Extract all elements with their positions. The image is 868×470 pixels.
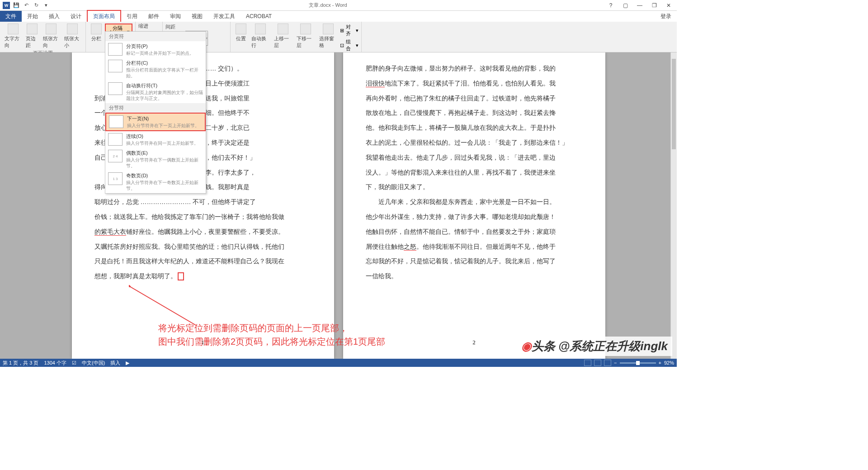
- tab-review[interactable]: 审阅: [165, 11, 186, 22]
- orientation-button[interactable]: 纸张方向: [41, 23, 61, 50]
- minimize-button[interactable]: —: [634, 1, 645, 10]
- underlined-text-2: 泪很快: [366, 80, 385, 87]
- tab-view[interactable]: 视图: [186, 11, 208, 22]
- zoom-slider[interactable]: [620, 362, 656, 364]
- page-breaks-section-header: 分页符: [105, 32, 206, 41]
- next-page-icon: [109, 115, 123, 128]
- page-break-item[interactable]: 分页符(P)标记一页终止并开始下一页的点。: [105, 41, 206, 58]
- odd-page-icon: 1 3: [108, 172, 123, 185]
- next-page-break-item[interactable]: 下一页(N)插入分节符并在下一页上开始新节。: [105, 113, 206, 131]
- section-breaks-section-header: 分节符: [105, 103, 206, 113]
- position-button[interactable]: 位置: [233, 23, 249, 43]
- login-link[interactable]: 登录: [660, 13, 677, 20]
- zoom-level[interactable]: 92%: [664, 360, 674, 366]
- zoom-in-button[interactable]: +: [659, 360, 661, 366]
- page-2[interactable]: 肥胖的身子向左微倾，显出努力的样子。这时我看见他的背影，我的 泪很快地流下来了。…: [343, 52, 605, 359]
- text-wrap-icon: [108, 82, 123, 95]
- view-web-layout[interactable]: [604, 360, 611, 366]
- align-button[interactable]: ⊞对齐▾: [340, 24, 359, 37]
- quick-access-toolbar: W 💾 ↶ ↻ ▾: [0, 1, 51, 10]
- page-break-icon: [108, 43, 123, 56]
- continuous-icon: [108, 133, 123, 146]
- ribbon-options-button[interactable]: ▢: [620, 1, 631, 10]
- breaks-dropdown: 分页符 分页符(P)标记一页终止并开始下一页的点。 分栏符(C)指示分栏符后面的…: [105, 31, 206, 194]
- status-language[interactable]: 中文(中国): [82, 360, 105, 366]
- tab-file[interactable]: 文件: [0, 11, 22, 22]
- restore-button[interactable]: ❐: [649, 1, 660, 10]
- columns-button[interactable]: 分栏: [89, 23, 104, 43]
- scrollbar-thumb[interactable]: [672, 59, 676, 149]
- tab-page-layout[interactable]: 页面布局: [87, 10, 121, 23]
- save-button[interactable]: 💾: [12, 1, 21, 10]
- tab-mailings[interactable]: 邮件: [143, 11, 165, 22]
- undo-button[interactable]: ↶: [22, 1, 31, 10]
- tab-references[interactable]: 引用: [121, 11, 143, 22]
- document-title: 文章.docx - Word: [51, 2, 605, 9]
- group-button[interactable]: ⊡组合▾: [340, 38, 359, 52]
- annotation-text: 将光标定位到需删除页码的页面的上一页尾部， 图中我们需删除第2页页码，因此将光标…: [158, 321, 385, 348]
- underlined-text-3: 之怒: [404, 243, 416, 251]
- tab-acrobat[interactable]: ACROBAT: [241, 11, 277, 21]
- vertical-scrollbar[interactable]: [670, 52, 677, 359]
- continuous-break-item[interactable]: 连续(O)插入分节符并在同一页上开始新节。: [105, 131, 206, 148]
- close-button[interactable]: ✕: [663, 1, 674, 10]
- margins-button[interactable]: 页边距: [24, 23, 40, 50]
- odd-page-break-item[interactable]: 1 3 奇数页(D)插入分节符并在下一奇数页上开始新节。: [105, 171, 206, 193]
- document-area[interactable]: 求安到南京 ……………………………… 交们）。 到南京时 …………………… ；第…: [0, 52, 677, 359]
- tab-insert[interactable]: 插入: [43, 11, 65, 22]
- status-proofing-icon[interactable]: ☑: [72, 360, 76, 366]
- title-bar: W 💾 ↶ ↻ ▾ 文章.docx - Word ? ▢ — ❐ ✕: [0, 0, 677, 11]
- tab-home[interactable]: 开始: [22, 11, 43, 22]
- spacing-label: 间距: [165, 24, 175, 30]
- redo-button[interactable]: ↻: [32, 1, 41, 10]
- size-button[interactable]: 纸张大小: [62, 23, 83, 50]
- ribbon-tabs: 文件 开始 插入 设计 页面布局 引用 邮件 审阅 视图 开发工具 ACROBA…: [0, 11, 677, 22]
- page-number-2: 2: [472, 339, 476, 346]
- send-backward-button[interactable]: 下移一层: [295, 23, 316, 50]
- tab-developer[interactable]: 开发工具: [208, 11, 241, 22]
- column-break-icon: [108, 60, 123, 72]
- view-read-mode[interactable]: [584, 360, 591, 366]
- even-page-break-item[interactable]: 2 4 偶数页(E)插入分节符并在下一偶数页上开始新节。: [105, 148, 206, 171]
- tab-design[interactable]: 设计: [65, 11, 87, 22]
- qat-customize-icon[interactable]: ▾: [42, 1, 51, 10]
- bring-forward-button[interactable]: 上移一层: [272, 23, 294, 50]
- status-bar: 第 1 页，共 3 页 1304 个字 ☑ 中文(中国) 插入 ▶ − + 92…: [0, 359, 677, 367]
- wrap-button[interactable]: 自动换行: [250, 23, 271, 50]
- status-word-count[interactable]: 1304 个字: [44, 360, 66, 366]
- even-page-icon: 2 4: [108, 150, 123, 162]
- selection-pane-button[interactable]: 选择窗格: [317, 23, 339, 50]
- help-button[interactable]: ?: [605, 1, 616, 10]
- word-app-icon[interactable]: W: [2, 1, 11, 10]
- underlined-text-1: 的紫毛大衣: [94, 228, 126, 236]
- indent-label: 缩进: [138, 23, 148, 29]
- status-macro-icon[interactable]: ▶: [126, 360, 129, 366]
- view-print-layout[interactable]: [594, 360, 601, 366]
- status-insert-mode[interactable]: 插入: [110, 360, 120, 366]
- ribbon: 文字方向 页边距 纸张方向 纸张大小 页面设置 分栏 ⤶分隔符▾ 缩进 间距 ‡…: [0, 22, 677, 52]
- text-wrap-break-item[interactable]: 自动换行符(T)分隔网页上的对象周围的文字，如分隔题注文字与正文。: [105, 81, 206, 103]
- page-2-content[interactable]: 肥胖的身子向左微倾，显出努力的样子。这时我看见他的背影，我的 泪很快地流下来了。…: [366, 62, 583, 283]
- watermark: ◉头条 @系统正在升级inglk: [517, 337, 672, 356]
- text-direction-button[interactable]: 文字方向: [3, 23, 23, 50]
- status-page[interactable]: 第 1 页，共 3 页: [3, 360, 38, 366]
- zoom-out-button[interactable]: −: [614, 360, 617, 366]
- cursor-marker: [178, 272, 184, 280]
- column-break-item[interactable]: 分栏符(C)指示分栏符后面的文字将从下一栏开始。: [105, 58, 206, 81]
